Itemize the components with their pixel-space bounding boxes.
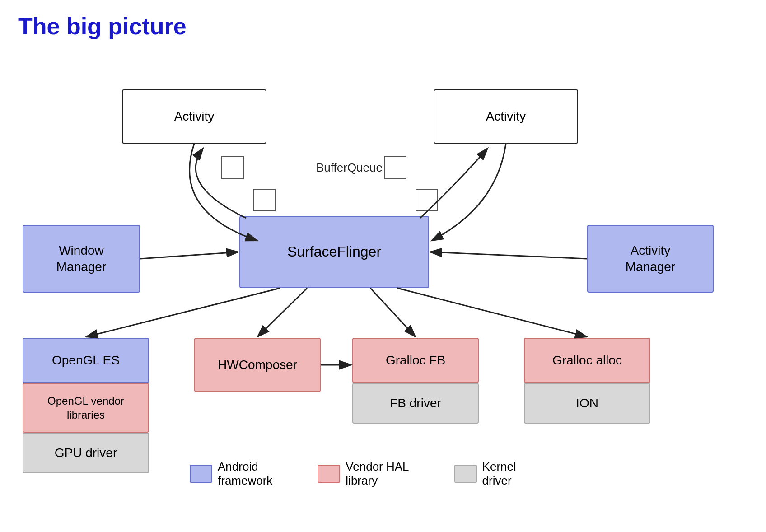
diagram: Activity Activity BufferQueue Window Man… bbox=[0, 44, 766, 523]
legend: Android framework Vendor HAL library Ker… bbox=[190, 460, 516, 488]
buffer-sq4 bbox=[416, 189, 438, 211]
window-manager-box: Window Manager bbox=[23, 225, 140, 293]
ion-box: ION bbox=[524, 383, 650, 424]
activity2-box: Activity bbox=[434, 89, 578, 144]
buffer-queue-label: BufferQueue bbox=[316, 161, 383, 175]
svg-line-4 bbox=[86, 288, 280, 337]
legend-vendor: Vendor HAL library bbox=[318, 460, 409, 488]
gpu-driver-box: GPU driver bbox=[23, 433, 149, 473]
buffer-sq1 bbox=[221, 156, 244, 179]
opengl-es-box: OpenGL ES bbox=[23, 338, 149, 383]
svg-line-2 bbox=[140, 252, 238, 259]
legend-android: Android framework bbox=[190, 460, 272, 488]
svg-line-3 bbox=[430, 252, 587, 259]
legend-kernel: Kernel driver bbox=[454, 460, 516, 488]
buffer-sq2 bbox=[253, 189, 276, 211]
gralloc-alloc-box: Gralloc alloc bbox=[524, 338, 650, 383]
legend-vendor-box bbox=[318, 465, 340, 483]
activity-manager-box: Activity Manager bbox=[587, 225, 714, 293]
page-title: The big picture bbox=[0, 0, 766, 44]
svg-line-7 bbox=[397, 288, 587, 337]
hwcomposer-box: HWComposer bbox=[194, 338, 321, 392]
legend-android-box bbox=[190, 465, 212, 483]
surface-flinger-box: SurfaceFlinger bbox=[239, 216, 429, 288]
activity1-box: Activity bbox=[122, 89, 266, 144]
buffer-sq3 bbox=[384, 156, 406, 179]
svg-line-6 bbox=[370, 288, 416, 337]
fb-driver-box: FB driver bbox=[352, 383, 479, 424]
opengl-vendor-box: OpenGL vendor libraries bbox=[23, 383, 149, 433]
legend-kernel-box bbox=[454, 465, 477, 483]
gralloc-fb-box: Gralloc FB bbox=[352, 338, 479, 383]
svg-line-5 bbox=[257, 288, 307, 337]
